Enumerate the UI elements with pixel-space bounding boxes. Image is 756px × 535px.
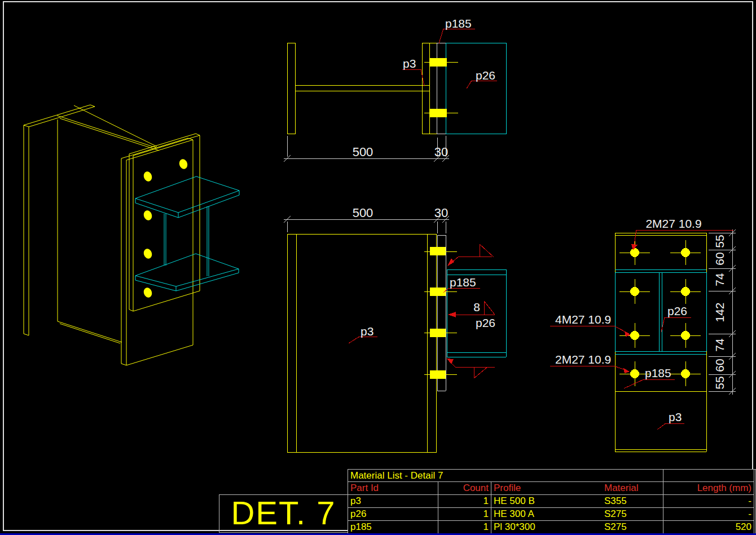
side-view-label-p26: p26 xyxy=(667,304,687,317)
bolt-marker xyxy=(143,247,153,259)
detail-title: DET. 7 xyxy=(231,494,336,532)
side-view-label-bolts-top: 2M27 10.9 xyxy=(645,217,701,230)
bolt-marker xyxy=(630,248,639,257)
table-cell-material: S275 xyxy=(602,508,663,521)
table-cell-part-id: p185 xyxy=(348,521,438,533)
top-view-label-p185: p185 xyxy=(445,17,472,30)
top-view xyxy=(284,29,506,162)
bolt-marker xyxy=(430,329,446,337)
bolt-marker xyxy=(143,286,153,298)
side-view-dim-60-top: 60 xyxy=(713,252,726,265)
bolt-marker xyxy=(178,158,189,170)
table-cell-length: 520 xyxy=(663,521,754,533)
table-cell-part-id: p26 xyxy=(348,508,438,521)
material-list-table: Material List - Detail 7 Part Id Count P… xyxy=(348,469,756,535)
side-view-plate-outline xyxy=(615,233,706,452)
front-view-column xyxy=(287,234,436,452)
front-view-plate xyxy=(437,235,446,391)
material-list-title-spacer xyxy=(663,470,754,482)
cad-drawing-sheet: p185 p3 p26 500 30 500 30 p185 8 p26 p3 … xyxy=(0,0,756,535)
side-view-beam-profile xyxy=(615,269,706,354)
bolt-marker xyxy=(681,287,690,296)
table-cell-material: S275 xyxy=(602,521,663,533)
bolt-marker xyxy=(143,209,153,221)
top-view-dim-500: 500 xyxy=(353,145,373,159)
front-view-label-p26: p26 xyxy=(476,316,495,329)
sheet-frame xyxy=(3,2,753,530)
bolt-marker xyxy=(430,370,446,379)
top-view-label-p26: p26 xyxy=(476,69,495,82)
side-view-label-bolts-mid: 4M27 10.9 xyxy=(555,313,611,326)
column-header-profile: Profile xyxy=(491,482,602,495)
top-view-beam xyxy=(446,43,506,134)
bolt-marker xyxy=(143,170,153,182)
side-view-dim-55-top: 55 xyxy=(713,235,726,247)
top-view-plate xyxy=(437,43,446,134)
table-cell-profile: HE 500 B xyxy=(491,495,602,508)
bolt-marker xyxy=(630,331,639,340)
bolt-marker xyxy=(630,369,639,378)
bolt-marker xyxy=(430,288,446,296)
iso-view xyxy=(24,105,239,365)
iso-column-p3 xyxy=(24,105,200,365)
table-cell-part-id: p3 xyxy=(348,495,438,508)
bolt-marker xyxy=(630,287,639,296)
drawing-linework: p185 p3 p26 500 30 500 30 p185 8 p26 p3 … xyxy=(0,0,756,535)
table-cell-count: 1 xyxy=(438,508,491,521)
side-view-leaders xyxy=(550,230,733,430)
bolt-marker xyxy=(681,248,690,257)
table-cell-profile: Pl 30*300 xyxy=(491,521,602,533)
front-view-dim-500: 500 xyxy=(353,206,373,220)
front-view xyxy=(284,216,506,452)
side-view xyxy=(550,229,736,452)
material-list-title: Material List - Detail 7 xyxy=(348,470,663,482)
iso-beam-p26 xyxy=(135,176,239,291)
side-view-label-bolts-low: 2M27 10.9 xyxy=(555,353,611,366)
side-view-bolts xyxy=(619,240,701,386)
front-view-label-p3: p3 xyxy=(361,325,373,338)
view-texts: p185 p3 p26 500 30 500 30 p185 8 p26 p3 … xyxy=(353,17,726,423)
bolt-marker xyxy=(430,58,447,67)
front-view-weld-size: 8 xyxy=(473,300,480,313)
column-header-part-id: Part Id xyxy=(348,482,438,495)
front-view-dim-30: 30 xyxy=(434,206,448,220)
detail-title-box: DET. 7 xyxy=(219,494,348,533)
side-view-dim-74-top: 74 xyxy=(713,273,726,286)
bolt-marker xyxy=(430,109,447,117)
table-cell-length: - xyxy=(663,495,754,508)
bolt-marker xyxy=(681,369,690,378)
bolt-marker xyxy=(430,247,446,255)
table-cell-count: 1 xyxy=(438,495,491,508)
column-header-count: Count xyxy=(438,482,491,495)
top-view-label-p3: p3 xyxy=(403,57,416,70)
side-view-dim-60-bottom: 60 xyxy=(713,359,726,372)
bolt-marker xyxy=(681,331,690,340)
column-header-length: Length (mm) xyxy=(663,482,754,495)
table-cell-count: 1 xyxy=(438,521,491,533)
front-view-label-p185: p185 xyxy=(450,276,476,289)
front-view-arrowheads xyxy=(447,258,456,364)
front-view-weld-symbols xyxy=(349,244,495,378)
table-cell-profile: HE 300 A xyxy=(491,508,602,521)
top-view-dim-30: 30 xyxy=(434,145,448,159)
table-cell-material: S355 xyxy=(602,495,663,508)
side-view-label-p3: p3 xyxy=(669,410,682,423)
column-header-material: Material xyxy=(602,482,663,495)
side-view-label-p185: p185 xyxy=(645,366,671,379)
side-view-dim-55-bottom: 55 xyxy=(713,376,726,389)
side-view-dim-74-bottom: 74 xyxy=(713,338,726,352)
table-cell-length: - xyxy=(663,508,754,521)
side-view-dim-142: 142 xyxy=(713,302,726,322)
